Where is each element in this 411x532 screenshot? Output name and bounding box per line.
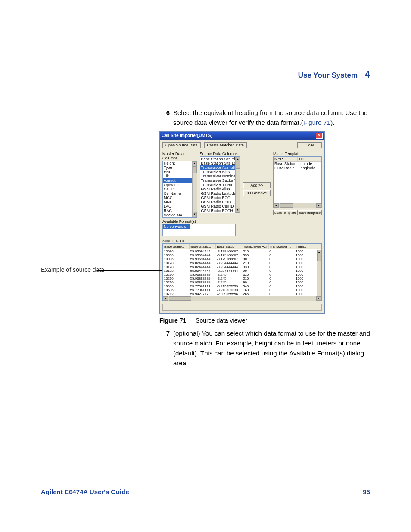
scroll-left-icon[interactable]: ◂ — [274, 203, 279, 208]
list-item[interactable]: Base Station Site Lon — [200, 161, 240, 165]
scroll-thumb[interactable] — [317, 255, 321, 261]
section-title: Use Your System — [298, 71, 358, 79]
scroll-thumb[interactable] — [193, 166, 197, 173]
table-row[interactable]: 1021055.90888889-3.2459001000 — [163, 280, 321, 284]
scroll-down-icon[interactable]: ▾ — [236, 208, 240, 213]
column-header[interactable]: Base Statio... — [216, 244, 242, 249]
column-header[interactable]: Base Statio... — [163, 244, 190, 249]
scroll-up-icon[interactable]: ▴ — [193, 161, 197, 166]
scrollbar[interactable]: ▴ ▾ — [192, 161, 197, 217]
list-item[interactable]: Transceiver Bias — [200, 170, 240, 174]
master-columns-listbox[interactable]: HeightTypeERPTiltAzimuthOperatorCellIDCe… — [162, 161, 197, 218]
scroll-right-icon[interactable]: ▸ — [316, 296, 321, 301]
status-bar — [162, 304, 322, 311]
source-columns-label: Source Data Columns — [200, 152, 241, 156]
list-item[interactable]: Transceiver Tx Rx — [200, 183, 240, 187]
scroll-thumb[interactable] — [280, 203, 293, 208]
table-row[interactable]: 1021055.90888889-3.24521001000 — [163, 277, 321, 280]
create-matched-data-button[interactable]: Create Matched Data — [204, 142, 247, 148]
close-button[interactable]: Close — [297, 142, 322, 148]
available-formats-listbox[interactable]: No conversion — [162, 224, 236, 236]
list-item[interactable]: GSM Radio BCCH — [200, 208, 240, 213]
match-template-label: Match Template — [273, 152, 322, 156]
step-6: 6 Select the equivalent heading from the… — [159, 108, 371, 128]
chapter-number: 4 — [365, 69, 370, 80]
add-button[interactable]: Add >> — [243, 182, 271, 188]
format-no-conversion[interactable]: No conversion — [163, 224, 190, 229]
table-row[interactable]: 1012855.82444444-3.2344444449001000 — [163, 269, 321, 273]
step-number: 6 — [159, 108, 170, 128]
table-row[interactable]: 1009655.93694444-3.17916666733001000 — [163, 253, 321, 257]
scroll-down-icon[interactable]: ▾ — [193, 212, 197, 217]
step-7: 7 (optional) You can select which data f… — [159, 328, 371, 368]
master-columns-label: Master Data Columns — [162, 152, 197, 160]
list-item[interactable]: Transceiver Azimuth — [200, 165, 240, 170]
table-row[interactable]: 1009655.93694444-3.17916666721001000 — [163, 249, 321, 253]
annotation-example-source-data: Example of source data — [41, 266, 104, 273]
scroll-thumb[interactable] — [169, 296, 191, 301]
figure-label: Figure 71 — [159, 317, 186, 324]
list-item[interactable]: GSM Radio BCC — [200, 196, 240, 200]
column-header[interactable]: Transceiver Azimuth — [242, 244, 268, 249]
scroll-up-icon[interactable]: ▴ — [317, 250, 321, 255]
source-data-table[interactable]: Base Statio...Base Statio...Base Statio.… — [162, 243, 322, 301]
figure-caption: Figure 71 Source data viewer — [159, 317, 370, 324]
step-text: Select the equivalent heading from the s… — [173, 108, 371, 128]
match-header-map: MAP — [274, 157, 297, 161]
source-data-label: Source Data — [162, 239, 322, 243]
footer-page-number: 95 — [363, 488, 370, 495]
scrollbar[interactable]: ▴ ▾ — [235, 157, 240, 213]
table-row[interactable]: Base Station ...Latitude — [274, 162, 321, 166]
dialog-titlebar[interactable]: Cell Site Importer[UMTS] × — [160, 132, 324, 140]
table-row[interactable]: 1012855.82444444-3.23444444433001000 — [163, 265, 321, 269]
list-item[interactable]: GSM Radio Alias — [200, 187, 240, 191]
list-item[interactable]: Base Station Site Alia — [200, 157, 240, 161]
dialog-title: Cell Site Importer[UMTS] — [162, 133, 212, 138]
list-item[interactable]: GSM Radio BSIC — [200, 200, 240, 204]
footer-guide-title: Agilent E6474A User's Guide — [41, 488, 129, 495]
scroll-up-icon[interactable]: ▴ — [236, 157, 240, 162]
step-number: 7 — [159, 328, 170, 368]
list-item[interactable]: Transceiver Nominal I — [200, 174, 240, 178]
figure-link[interactable]: Figure 71 — [303, 119, 330, 126]
dialog-cell-site-importer: Cell Site Importer[UMTS] × Open Source D… — [159, 131, 325, 314]
scrollbar[interactable]: ▴ — [317, 250, 321, 296]
step-text: (optional) You can select which data for… — [173, 328, 371, 368]
page-header: Use Your System 4 — [298, 69, 370, 80]
scroll-right-icon[interactable]: ▸ — [316, 203, 321, 208]
table-row[interactable]: GSM Radio L...Longitude — [274, 166, 321, 170]
load-template-button[interactable]: LoadTemplate — [273, 210, 297, 215]
table-row[interactable]: 1009655.93694444-3.1791666679001000 — [163, 257, 321, 261]
match-template-table[interactable]: MAP TO Base Station ...LatitudeGSM Radio… — [273, 156, 322, 208]
list-item[interactable]: GSM Radio Cell ID — [200, 204, 240, 208]
source-columns-listbox[interactable]: Base Station Site AliaBase Station Site … — [200, 156, 241, 213]
figure-caption-text: Source data viewer — [196, 317, 247, 324]
column-header[interactable]: Transceiver ... — [268, 244, 295, 249]
save-template-button[interactable]: SaveTemplate — [297, 210, 322, 215]
list-item[interactable]: Transceiver Sector W — [200, 178, 240, 183]
available-formats-label: Available Format(s) — [162, 219, 322, 224]
scroll-thumb[interactable] — [236, 162, 240, 169]
list-item[interactable]: GSM Radio Hopping — [200, 213, 240, 213]
table-row[interactable]: 1021055.90888889-3.24533001000 — [163, 273, 321, 277]
table-row[interactable]: 1069655.77861111-3.21333333334001000 — [163, 284, 321, 288]
column-header[interactable]: Base Statio... — [190, 244, 216, 249]
annotation-leader-line — [97, 270, 162, 271]
close-icon[interactable]: × — [316, 133, 323, 139]
list-item[interactable]: GSM Radio Latitude — [200, 191, 240, 196]
table-row[interactable]: 1069655.77861111-3.21333333316001000 — [163, 288, 321, 292]
table-row[interactable]: 1012855.82444444-3.23444444421001000 — [163, 261, 321, 265]
scroll-left-icon[interactable]: ◂ — [163, 296, 168, 301]
table-row[interactable]: 1071255.94277778-2.93905555626501000 — [163, 292, 321, 296]
match-header-to: TO — [298, 157, 321, 161]
remove-button[interactable]: << Remove — [243, 190, 271, 196]
open-source-data-button[interactable]: Open Source Data — [162, 142, 201, 148]
column-header[interactable]: Transc — [295, 244, 321, 249]
list-item[interactable]: Sector_Width — [163, 217, 197, 218]
